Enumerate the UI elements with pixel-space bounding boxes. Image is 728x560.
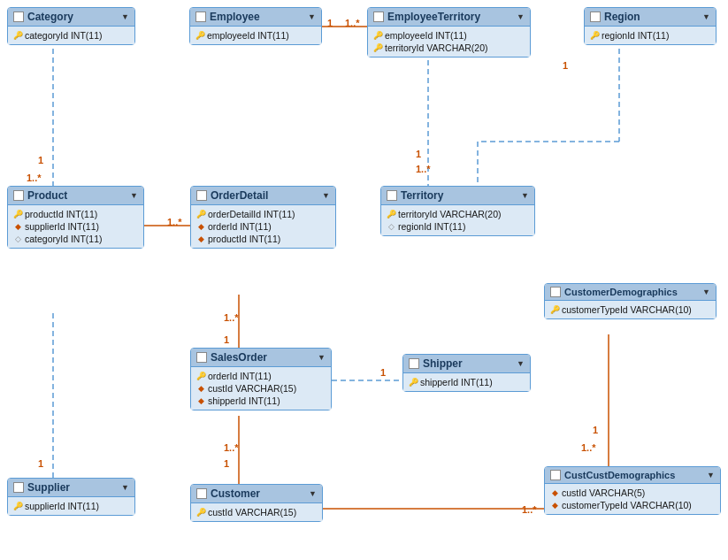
entity-customer-header: Customer ▼ bbox=[191, 485, 322, 503]
dropdown-arrow[interactable]: ▼ bbox=[702, 288, 710, 296]
pk-icon: 🔑 bbox=[196, 210, 205, 219]
dropdown-arrow[interactable]: ▼ bbox=[517, 12, 525, 21]
field-text: orderId INT(11) bbox=[208, 221, 272, 232]
entity-category-body: 🔑 categoryId INT(11) bbox=[8, 27, 134, 44]
entity-territory[interactable]: Territory ▼ 🔑 territoryId VARCHAR(20) ◇ … bbox=[380, 186, 535, 236]
entity-orderdetail[interactable]: OrderDetail ▼ 🔑 orderDetailId INT(11) ◆ … bbox=[190, 186, 336, 249]
fk-icon: ◆ bbox=[13, 222, 22, 231]
entity-salesorder[interactable]: SalesOrder ▼ 🔑 orderId INT(11) ◆ custId … bbox=[190, 348, 332, 410]
entity-od-header: OrderDetail ▼ bbox=[191, 187, 335, 205]
field-text: customerTypeId VARCHAR(10) bbox=[562, 304, 692, 315]
field-employeeId: 🔑 employeeId INT(11) bbox=[368, 29, 530, 42]
field-text: productId INT(11) bbox=[25, 209, 97, 219]
field-territoryId: 🔑 territoryId VARCHAR(20) bbox=[368, 42, 530, 54]
entity-shipper-body: 🔑 shipperId INT(11) bbox=[403, 373, 530, 391]
dropdown-arrow[interactable]: ▼ bbox=[309, 489, 317, 498]
field-text: employeeId INT(11) bbox=[207, 30, 289, 41]
table-icon bbox=[196, 352, 207, 363]
table-icon bbox=[550, 287, 561, 297]
entity-shipper[interactable]: Shipper ▼ 🔑 shipperId INT(11) bbox=[402, 354, 531, 392]
entity-supplier-body: 🔑 supplierId INT(11) bbox=[8, 497, 134, 515]
entity-employee-header: Employee ▼ bbox=[190, 8, 321, 27]
field-text: categoryId INT(11) bbox=[25, 30, 103, 41]
field-text: shipperId INT(11) bbox=[420, 377, 493, 387]
field-orderId: ◆ orderId INT(11) bbox=[191, 220, 335, 233]
entity-employee[interactable]: Employee ▼ 🔑 employeeId INT(11) bbox=[189, 7, 322, 45]
label-emp-et-1: 1 bbox=[327, 18, 333, 28]
entity-employeeterritory[interactable]: EmployeeTerritory ▼ 🔑 employeeId INT(11)… bbox=[367, 7, 531, 58]
field-shipperId: ◆ shipperId INT(11) bbox=[191, 395, 331, 407]
entity-region-header: Region ▼ bbox=[585, 8, 716, 27]
label-reg-ter-1: 1 bbox=[563, 60, 568, 71]
table-icon bbox=[550, 470, 561, 480]
dropdown-arrow[interactable]: ▼ bbox=[318, 353, 326, 362]
field-text: productId INT(11) bbox=[208, 234, 280, 244]
pk-icon: 🔑 bbox=[196, 372, 205, 380]
entity-et-header: EmployeeTerritory ▼ bbox=[368, 8, 530, 27]
field-custId: ◆ custId VARCHAR(5) bbox=[545, 487, 720, 499]
field-productId: ◆ productId INT(11) bbox=[191, 233, 335, 245]
entity-shipper-header: Shipper ▼ bbox=[403, 355, 530, 373]
fk-icon: ◆ bbox=[196, 222, 205, 231]
entity-territory-name: Territory bbox=[401, 189, 517, 202]
fk-icon: ◆ bbox=[550, 501, 559, 510]
entity-cd-body: 🔑 customerTypeId VARCHAR(10) bbox=[545, 301, 716, 318]
label-so-cust-star: 1..* bbox=[224, 442, 239, 453]
field-custId: ◆ custId VARCHAR(15) bbox=[191, 382, 331, 395]
dropdown-arrow[interactable]: ▼ bbox=[521, 191, 529, 200]
label-so-ship-1: 1 bbox=[380, 367, 386, 378]
pk-icon: 🔑 bbox=[196, 508, 205, 517]
entity-region-body: 🔑 regionId INT(11) bbox=[585, 27, 716, 44]
entity-customer-body: 🔑 custId VARCHAR(15) bbox=[191, 503, 322, 521]
dropdown-arrow[interactable]: ▼ bbox=[130, 191, 138, 200]
field-shipperId: 🔑 shipperId INT(11) bbox=[403, 376, 530, 388]
dropdown-arrow[interactable]: ▼ bbox=[702, 12, 710, 21]
entity-product[interactable]: Product ▼ 🔑 productId INT(11) ◆ supplier… bbox=[7, 186, 144, 249]
entity-customerdemographics[interactable]: CustomerDemographics ▼ 🔑 customerTypeId … bbox=[544, 283, 717, 319]
entity-custcustdemographics[interactable]: CustCustDemographics ▼ ◆ custId VARCHAR(… bbox=[544, 466, 721, 515]
dropdown-arrow[interactable]: ▼ bbox=[707, 471, 715, 479]
fk-icon: ◆ bbox=[550, 488, 559, 497]
pk-icon: 🔑 bbox=[590, 31, 599, 40]
entity-customer[interactable]: Customer ▼ 🔑 custId VARCHAR(15) bbox=[190, 484, 323, 522]
field-text: employeeId INT(11) bbox=[385, 30, 467, 41]
dropdown-arrow[interactable]: ▼ bbox=[308, 12, 316, 21]
field-text: regionId INT(11) bbox=[398, 221, 465, 232]
entity-supplier[interactable]: Supplier ▼ 🔑 supplierId INT(11) bbox=[7, 478, 135, 516]
field-regionId: ◇ regionId INT(11) bbox=[381, 220, 534, 233]
pk-icon: 🔑 bbox=[13, 210, 22, 219]
label-od-so-1: 1 bbox=[224, 334, 229, 345]
entity-so-name: SalesOrder bbox=[211, 351, 314, 364]
field-productId: 🔑 productId INT(11) bbox=[8, 208, 143, 220]
table-icon bbox=[195, 12, 206, 22]
field-orderDetailId: 🔑 orderDetailId INT(11) bbox=[191, 208, 335, 220]
entity-cd-name: CustomerDemographics bbox=[564, 287, 699, 297]
dropdown-arrow[interactable]: ▼ bbox=[517, 359, 525, 368]
entity-employee-body: 🔑 employeeId INT(11) bbox=[190, 27, 321, 44]
dropdown-arrow[interactable]: ▼ bbox=[121, 483, 129, 492]
pk-icon: 🔑 bbox=[373, 43, 382, 52]
entity-region[interactable]: Region ▼ 🔑 regionId INT(11) bbox=[584, 7, 717, 45]
pk-icon: 🔑 bbox=[13, 502, 22, 510]
entity-et-body: 🔑 employeeId INT(11) 🔑 territoryId VARCH… bbox=[368, 27, 530, 57]
entity-od-name: OrderDetail bbox=[211, 189, 318, 202]
dropdown-arrow[interactable]: ▼ bbox=[322, 191, 330, 200]
pk-icon: 🔑 bbox=[387, 210, 395, 219]
pk-icon: 🔑 bbox=[550, 305, 559, 314]
field-custId: 🔑 custId VARCHAR(15) bbox=[191, 506, 322, 518]
entity-od-body: 🔑 orderDetailId INT(11) ◆ orderId INT(11… bbox=[191, 205, 335, 248]
fk2-icon: ◇ bbox=[13, 234, 22, 243]
dropdown-arrow[interactable]: ▼ bbox=[121, 12, 129, 21]
field-supplierId: ◆ supplierId INT(11) bbox=[8, 220, 143, 233]
entity-et-name: EmployeeTerritory bbox=[387, 11, 513, 23]
entity-supplier-name: Supplier bbox=[27, 481, 118, 494]
pk-icon: 🔑 bbox=[373, 31, 382, 40]
field-text: custId VARCHAR(5) bbox=[562, 487, 645, 498]
field-text: regionId INT(11) bbox=[602, 30, 669, 41]
table-icon bbox=[196, 488, 207, 499]
field-orderId: 🔑 orderId INT(11) bbox=[191, 370, 331, 382]
entity-product-body: 🔑 productId INT(11) ◆ supplierId INT(11)… bbox=[8, 205, 143, 248]
field-text: custId VARCHAR(15) bbox=[208, 383, 296, 394]
field-text: shipperId INT(11) bbox=[208, 395, 280, 406]
entity-category[interactable]: Category ▼ 🔑 categoryId INT(11) bbox=[7, 7, 135, 45]
